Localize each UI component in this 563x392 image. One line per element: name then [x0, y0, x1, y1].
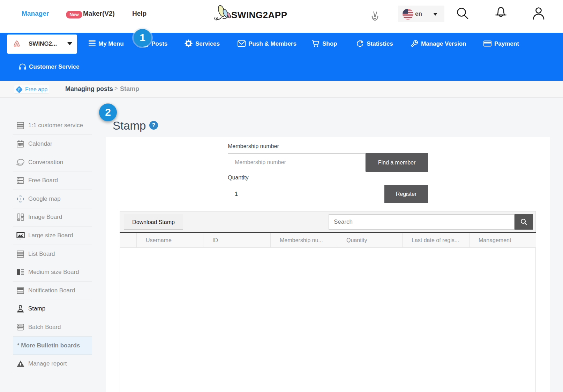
- svg-text:SWING2APP: SWING2APP: [231, 10, 287, 20]
- svg-text:F: F: [18, 88, 20, 92]
